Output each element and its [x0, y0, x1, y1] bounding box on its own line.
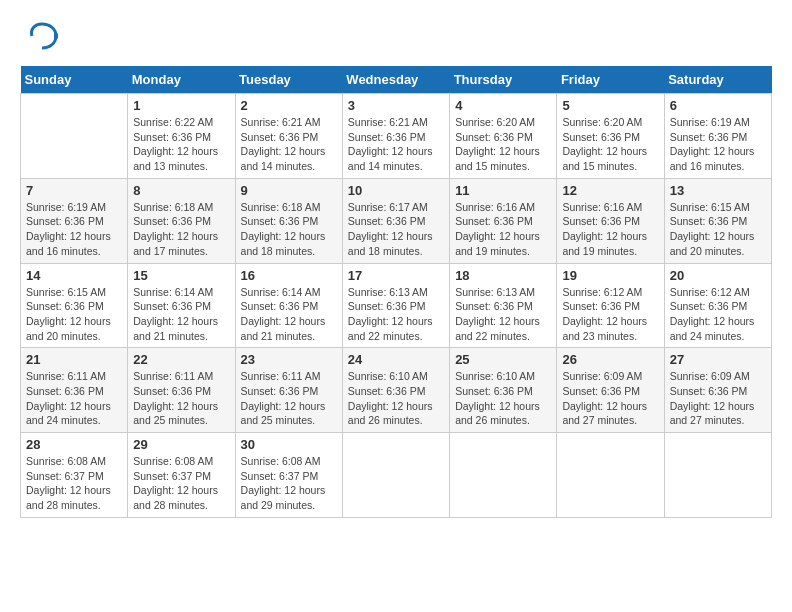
day-info: Sunrise: 6:16 AM Sunset: 6:36 PM Dayligh… — [455, 200, 551, 259]
day-number: 4 — [455, 98, 551, 113]
day-number: 13 — [670, 183, 766, 198]
day-info: Sunrise: 6:16 AM Sunset: 6:36 PM Dayligh… — [562, 200, 658, 259]
day-info: Sunrise: 6:18 AM Sunset: 6:36 PM Dayligh… — [241, 200, 337, 259]
calendar-cell: 14Sunrise: 6:15 AM Sunset: 6:36 PM Dayli… — [21, 263, 128, 348]
calendar-cell: 12Sunrise: 6:16 AM Sunset: 6:36 PM Dayli… — [557, 178, 664, 263]
day-info: Sunrise: 6:11 AM Sunset: 6:36 PM Dayligh… — [26, 369, 122, 428]
calendar-cell: 22Sunrise: 6:11 AM Sunset: 6:36 PM Dayli… — [128, 348, 235, 433]
day-number: 17 — [348, 268, 444, 283]
day-number: 21 — [26, 352, 122, 367]
calendar-cell: 2Sunrise: 6:21 AM Sunset: 6:36 PM Daylig… — [235, 94, 342, 179]
calendar-cell: 28Sunrise: 6:08 AM Sunset: 6:37 PM Dayli… — [21, 433, 128, 518]
calendar-cell: 17Sunrise: 6:13 AM Sunset: 6:36 PM Dayli… — [342, 263, 449, 348]
day-info: Sunrise: 6:19 AM Sunset: 6:36 PM Dayligh… — [26, 200, 122, 259]
day-number: 10 — [348, 183, 444, 198]
calendar-cell: 10Sunrise: 6:17 AM Sunset: 6:36 PM Dayli… — [342, 178, 449, 263]
day-number: 15 — [133, 268, 229, 283]
day-info: Sunrise: 6:17 AM Sunset: 6:36 PM Dayligh… — [348, 200, 444, 259]
day-number: 30 — [241, 437, 337, 452]
day-number: 9 — [241, 183, 337, 198]
logo — [20, 20, 58, 56]
day-info: Sunrise: 6:11 AM Sunset: 6:36 PM Dayligh… — [241, 369, 337, 428]
day-number: 2 — [241, 98, 337, 113]
day-number: 28 — [26, 437, 122, 452]
calendar-cell: 7Sunrise: 6:19 AM Sunset: 6:36 PM Daylig… — [21, 178, 128, 263]
calendar-cell: 23Sunrise: 6:11 AM Sunset: 6:36 PM Dayli… — [235, 348, 342, 433]
day-number: 11 — [455, 183, 551, 198]
calendar-cell: 6Sunrise: 6:19 AM Sunset: 6:36 PM Daylig… — [664, 94, 771, 179]
calendar-cell: 8Sunrise: 6:18 AM Sunset: 6:36 PM Daylig… — [128, 178, 235, 263]
calendar-cell: 24Sunrise: 6:10 AM Sunset: 6:36 PM Dayli… — [342, 348, 449, 433]
day-info: Sunrise: 6:21 AM Sunset: 6:36 PM Dayligh… — [348, 115, 444, 174]
calendar-cell: 1Sunrise: 6:22 AM Sunset: 6:36 PM Daylig… — [128, 94, 235, 179]
day-info: Sunrise: 6:14 AM Sunset: 6:36 PM Dayligh… — [133, 285, 229, 344]
calendar-cell — [450, 433, 557, 518]
calendar-cell: 21Sunrise: 6:11 AM Sunset: 6:36 PM Dayli… — [21, 348, 128, 433]
day-number: 20 — [670, 268, 766, 283]
day-number: 1 — [133, 98, 229, 113]
day-info: Sunrise: 6:08 AM Sunset: 6:37 PM Dayligh… — [26, 454, 122, 513]
calendar-cell — [342, 433, 449, 518]
col-header-wednesday: Wednesday — [342, 66, 449, 94]
day-number: 6 — [670, 98, 766, 113]
day-info: Sunrise: 6:12 AM Sunset: 6:36 PM Dayligh… — [670, 285, 766, 344]
calendar-cell — [664, 433, 771, 518]
day-number: 25 — [455, 352, 551, 367]
day-info: Sunrise: 6:10 AM Sunset: 6:36 PM Dayligh… — [455, 369, 551, 428]
calendar-cell: 13Sunrise: 6:15 AM Sunset: 6:36 PM Dayli… — [664, 178, 771, 263]
day-info: Sunrise: 6:14 AM Sunset: 6:36 PM Dayligh… — [241, 285, 337, 344]
calendar-cell: 4Sunrise: 6:20 AM Sunset: 6:36 PM Daylig… — [450, 94, 557, 179]
logo-icon — [26, 20, 58, 52]
day-number: 27 — [670, 352, 766, 367]
calendar-cell: 5Sunrise: 6:20 AM Sunset: 6:36 PM Daylig… — [557, 94, 664, 179]
calendar-table: SundayMondayTuesdayWednesdayThursdayFrid… — [20, 66, 772, 518]
day-info: Sunrise: 6:19 AM Sunset: 6:36 PM Dayligh… — [670, 115, 766, 174]
day-number: 12 — [562, 183, 658, 198]
day-info: Sunrise: 6:20 AM Sunset: 6:36 PM Dayligh… — [562, 115, 658, 174]
day-number: 22 — [133, 352, 229, 367]
calendar-cell: 27Sunrise: 6:09 AM Sunset: 6:36 PM Dayli… — [664, 348, 771, 433]
day-number: 18 — [455, 268, 551, 283]
calendar-cell: 30Sunrise: 6:08 AM Sunset: 6:37 PM Dayli… — [235, 433, 342, 518]
day-number: 16 — [241, 268, 337, 283]
day-number: 26 — [562, 352, 658, 367]
col-header-thursday: Thursday — [450, 66, 557, 94]
day-info: Sunrise: 6:11 AM Sunset: 6:36 PM Dayligh… — [133, 369, 229, 428]
calendar-cell: 18Sunrise: 6:13 AM Sunset: 6:36 PM Dayli… — [450, 263, 557, 348]
day-info: Sunrise: 6:21 AM Sunset: 6:36 PM Dayligh… — [241, 115, 337, 174]
day-info: Sunrise: 6:13 AM Sunset: 6:36 PM Dayligh… — [455, 285, 551, 344]
calendar-cell: 11Sunrise: 6:16 AM Sunset: 6:36 PM Dayli… — [450, 178, 557, 263]
calendar-cell: 19Sunrise: 6:12 AM Sunset: 6:36 PM Dayli… — [557, 263, 664, 348]
day-info: Sunrise: 6:15 AM Sunset: 6:36 PM Dayligh… — [26, 285, 122, 344]
day-number: 29 — [133, 437, 229, 452]
calendar-cell: 20Sunrise: 6:12 AM Sunset: 6:36 PM Dayli… — [664, 263, 771, 348]
day-info: Sunrise: 6:12 AM Sunset: 6:36 PM Dayligh… — [562, 285, 658, 344]
day-info: Sunrise: 6:20 AM Sunset: 6:36 PM Dayligh… — [455, 115, 551, 174]
calendar-cell: 15Sunrise: 6:14 AM Sunset: 6:36 PM Dayli… — [128, 263, 235, 348]
day-info: Sunrise: 6:08 AM Sunset: 6:37 PM Dayligh… — [133, 454, 229, 513]
day-info: Sunrise: 6:08 AM Sunset: 6:37 PM Dayligh… — [241, 454, 337, 513]
day-number: 14 — [26, 268, 122, 283]
day-info: Sunrise: 6:22 AM Sunset: 6:36 PM Dayligh… — [133, 115, 229, 174]
day-info: Sunrise: 6:15 AM Sunset: 6:36 PM Dayligh… — [670, 200, 766, 259]
col-header-saturday: Saturday — [664, 66, 771, 94]
col-header-friday: Friday — [557, 66, 664, 94]
calendar-cell: 9Sunrise: 6:18 AM Sunset: 6:36 PM Daylig… — [235, 178, 342, 263]
day-info: Sunrise: 6:09 AM Sunset: 6:36 PM Dayligh… — [670, 369, 766, 428]
calendar-cell: 29Sunrise: 6:08 AM Sunset: 6:37 PM Dayli… — [128, 433, 235, 518]
page-header — [20, 20, 772, 56]
col-header-sunday: Sunday — [21, 66, 128, 94]
day-number: 19 — [562, 268, 658, 283]
day-number: 8 — [133, 183, 229, 198]
calendar-cell: 3Sunrise: 6:21 AM Sunset: 6:36 PM Daylig… — [342, 94, 449, 179]
calendar-cell: 26Sunrise: 6:09 AM Sunset: 6:36 PM Dayli… — [557, 348, 664, 433]
day-info: Sunrise: 6:09 AM Sunset: 6:36 PM Dayligh… — [562, 369, 658, 428]
day-number: 3 — [348, 98, 444, 113]
day-number: 5 — [562, 98, 658, 113]
col-header-monday: Monday — [128, 66, 235, 94]
day-info: Sunrise: 6:18 AM Sunset: 6:36 PM Dayligh… — [133, 200, 229, 259]
calendar-cell: 25Sunrise: 6:10 AM Sunset: 6:36 PM Dayli… — [450, 348, 557, 433]
day-number: 24 — [348, 352, 444, 367]
day-info: Sunrise: 6:10 AM Sunset: 6:36 PM Dayligh… — [348, 369, 444, 428]
col-header-tuesday: Tuesday — [235, 66, 342, 94]
